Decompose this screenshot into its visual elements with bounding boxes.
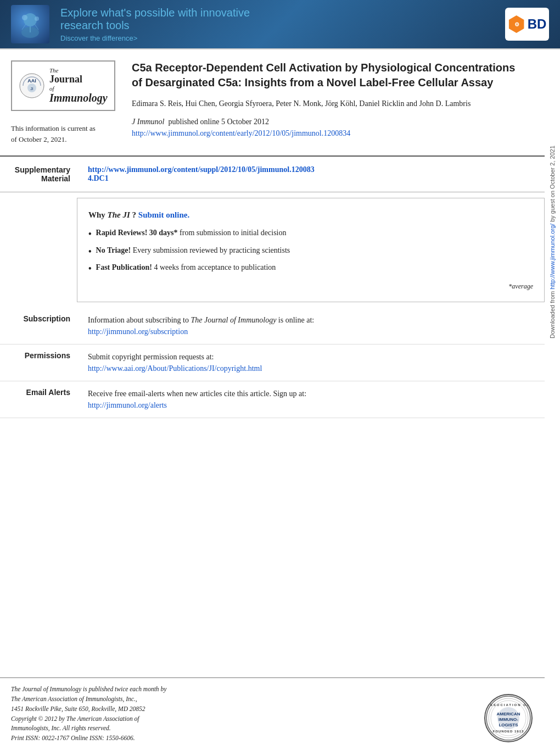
footer-line5: Immunologists, Inc. All rights reserved. [11, 725, 111, 731]
bullet2-bold: No Triage! [96, 246, 131, 254]
article-title: C5a Receptor-Dependent Cell Activation b… [132, 60, 528, 90]
aai-logo-icon: ASSOCIATION OF FOUNDED 1913 AMERICAN IMM… [484, 694, 533, 742]
promo-bullet-1: Rapid Reviews! 30 days* from submission … [88, 227, 533, 241]
journal-abbrev: J Immunol [132, 118, 165, 126]
the-ji-label: The JI [108, 210, 130, 219]
promo-bullet-2: No Triage! Every submission reviewed by … [88, 245, 533, 259]
journal-logo-box: AAI JI The Journal of Immunology [11, 60, 115, 111]
footer-section: The Journal of Immunology is published t… [0, 677, 545, 750]
why-prefix: Why [88, 210, 108, 219]
footer-text: The Journal of Immunology is published t… [11, 685, 473, 743]
permissions-text: Submit copyright permission requests at: [88, 353, 214, 361]
email-alerts-content: Receive free email-alerts when new artic… [88, 388, 528, 411]
promo-box: Why The JI ? Submit online. Rapid Review… [77, 198, 545, 302]
journal-name-text: The Journal of Immunology [49, 67, 108, 104]
svg-text:ASSOCIATION OF: ASSOCIATION OF [486, 703, 530, 707]
journal-header: AAI JI The Journal of Immunology This in… [0, 49, 545, 157]
bd-logo-area: ⚙ BD [505, 8, 549, 41]
bd-logo: ⚙ BD [505, 8, 549, 41]
journal-the: The [49, 67, 108, 74]
banner-ad: Explore what's possible with innovative … [0, 0, 560, 49]
subscription-text-suffix: is online at: [276, 316, 314, 324]
current-as-of: This information is current as of Octobe… [11, 123, 121, 145]
bullet1-bold: Rapid Reviews! 30 days* [96, 229, 178, 237]
article-doi-link[interactable]: http://www.jimmunol.org/content/early/20… [132, 129, 350, 137]
svg-text:JI: JI [30, 87, 33, 91]
footer-line4: Copyright © 2012 by The American Associa… [11, 715, 139, 722]
supplementary-link[interactable]: http://www.jimmunol.org/content/suppl/20… [88, 165, 315, 183]
subscription-row: Subscription Information about subscribi… [0, 308, 545, 345]
published-info: published online 5 October 2012 [169, 118, 270, 126]
supplementary-url: http://www.jimmunol.org/content/suppl/20… [88, 165, 315, 182]
bd-hexagon-icon: ⚙ [508, 15, 525, 33]
journal-immunology: Immunology [49, 92, 108, 104]
subscription-label: Subscription [11, 314, 77, 323]
bullet3-bold: Fast Publication! [96, 263, 152, 271]
footer-logo: ASSOCIATION OF FOUNDED 1913 AMERICAN IMM… [484, 694, 534, 743]
svg-text:LOGISTS: LOGISTS [499, 723, 518, 727]
bullet1-rest: from submission to initial decision [180, 229, 286, 237]
svg-point-2 [22, 15, 27, 20]
svg-text:FOUNDED 1913: FOUNDED 1913 [493, 730, 524, 733]
promo-bullet-3: Fast Publication! 4 weeks from acceptanc… [88, 262, 533, 276]
journal-logo-area: AAI JI The Journal of Immunology This in… [11, 60, 121, 145]
footer-line2: The American Association of Immunologist… [11, 696, 137, 702]
svg-text:AMERICAN: AMERICAN [496, 712, 520, 716]
banner-text-area: Explore what's possible with innovative … [60, 7, 494, 42]
footer-line1: The Journal of Immunology is published t… [11, 686, 166, 692]
subscription-content: Information about subscribing to The Jou… [88, 314, 528, 337]
svg-point-3 [35, 16, 39, 21]
supplementary-section: Supplementary Material http://www.jimmun… [0, 157, 545, 192]
footer-line3: 1451 Rockville Pike, Suite 650, Rockvill… [11, 705, 145, 712]
why-ji-header: Why The JI ? Submit online. [88, 208, 533, 221]
average-footnote: *average [88, 281, 533, 292]
bullet3-rest: 4 weeks from acceptance to publication [154, 263, 276, 271]
subscription-text-prefix: Information about subscribing to [88, 316, 191, 324]
permissions-label: Permissions [11, 351, 77, 360]
email-alerts-link[interactable]: http://jimmunol.org/alerts [88, 401, 167, 409]
svg-text:AAI: AAI [27, 78, 36, 84]
article-authors: Edimara S. Reis, Hui Chen, Georgia Sfyro… [132, 98, 528, 109]
subscription-journal-name: The Journal of Immunology [191, 316, 276, 324]
banner-subtext[interactable]: Discover the difference> [60, 34, 494, 42]
journal-journal: Journal [49, 74, 108, 85]
why-suffix: ? [132, 210, 138, 219]
article-info: C5a Receptor-Dependent Cell Activation b… [132, 60, 528, 145]
email-alerts-row: Email Alerts Receive free email-alerts w… [0, 381, 545, 418]
banner-headline: Explore what's possible with innovative … [60, 7, 494, 32]
ji-emblem-icon: AAI JI [19, 73, 45, 99]
permissions-row: Permissions Submit copyright permission … [0, 345, 545, 381]
journal-of: of [49, 85, 108, 92]
right-sidebar-downloaded: Downloaded from http://www.jimmunol.org/… [545, 49, 560, 434]
promo-bullet-list: Rapid Reviews! 30 days* from submission … [88, 227, 533, 276]
svg-text:⚙: ⚙ [514, 21, 519, 27]
supplementary-label: Supplementary Material [11, 165, 77, 183]
journal-logo-inner: AAI JI The Journal of Immunology [19, 67, 108, 104]
subscription-link[interactable]: http://jimmunol.org/subscription [88, 327, 188, 336]
banner-ad-image [11, 5, 49, 43]
svg-text:IMMUNO-: IMMUNO- [499, 717, 518, 722]
permissions-content: Submit copyright permission requests at:… [88, 351, 528, 374]
bullet2-rest: Every submission reviewed by practicing … [133, 246, 290, 254]
article-journal-info: J Immunol published online 5 October 201… [132, 116, 528, 139]
email-alerts-text: Receive free email-alerts when new artic… [88, 390, 306, 398]
permissions-link[interactable]: http://www.aai.org/About/Publications/JI… [88, 364, 262, 373]
footer-line6: Print ISSN: 0022-1767 Online ISSN: 1550-… [11, 735, 135, 741]
submit-online-link[interactable]: Submit online. [138, 210, 189, 219]
email-alerts-label: Email Alerts [11, 388, 77, 397]
